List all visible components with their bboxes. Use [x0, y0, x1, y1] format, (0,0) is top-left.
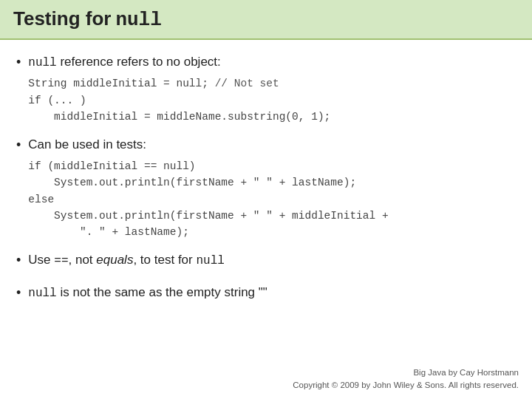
header-title-plain: Testing for: [13, 7, 111, 30]
bullet-content-3: Use ==, not equals, to test for null: [28, 251, 516, 273]
code-line: ". " + lastName);: [28, 224, 516, 240]
bullet-item-3: • Use ==, not equals, to test for null: [16, 251, 516, 273]
bullet1-prose: null reference refers to no object:: [28, 53, 516, 71]
code-line: String middleInitial = null; // Not set: [28, 75, 516, 92]
bullet-symbol-2: •: [16, 137, 21, 153]
main-content: • null reference refers to no object: St…: [0, 40, 532, 324]
bullet-content-2: Can be used in tests: if (middleInitial …: [28, 136, 516, 241]
code-line: System.out.println(firstName + " " + las…: [28, 174, 516, 191]
bullet1-code-block: String middleInitial = null; // Not set …: [28, 75, 516, 125]
header-title-code: null: [115, 9, 161, 31]
bullet4-prose: null is not the same as the empty string…: [28, 284, 516, 301]
bullet-symbol-3: •: [16, 253, 21, 268]
page-header: Testing for null: [0, 0, 532, 40]
code-line: if (... ): [28, 92, 516, 109]
bullet-item-4: • null is not the same as the empty stri…: [16, 284, 516, 306]
code-line: else: [28, 191, 516, 208]
bullet2-code-block: if (middleInitial == null) System.out.pr…: [28, 158, 516, 241]
bullet-content-4: null is not the same as the empty string…: [28, 284, 516, 306]
bullet4-null-code: null: [28, 287, 56, 300]
bullet-symbol-1: •: [16, 55, 21, 70]
bullet-content-1: null reference refers to no object: Stri…: [28, 53, 516, 126]
bullet3-prose: Use ==, not equals, to test for null: [28, 251, 516, 269]
bullet-item-2: • Can be used in tests: if (middleInitia…: [16, 136, 516, 241]
code-line: if (middleInitial == null): [28, 158, 516, 174]
code-line: System.out.println(firstName + " " + mid…: [28, 208, 516, 224]
bullet3-equals-italic: equals: [96, 253, 133, 267]
footer-line2: Copyright © 2009 by John Wiley & Sons. A…: [293, 379, 519, 392]
bullet1-null-code: null: [28, 56, 56, 69]
bullet-item-1: • null reference refers to no object: St…: [16, 53, 516, 126]
bullet2-prose: Can be used in tests:: [28, 136, 516, 154]
code-line: middleInitial = middleName.substring(0, …: [28, 109, 516, 125]
footer-line1: Big Java by Cay Horstmann: [293, 366, 519, 379]
bullet-symbol-4: •: [16, 285, 21, 301]
page-footer: Big Java by Cay Horstmann Copyright © 20…: [293, 366, 519, 392]
bullet3-equals-code: ==: [54, 254, 68, 267]
bullet3-null-code: null: [196, 254, 224, 267]
